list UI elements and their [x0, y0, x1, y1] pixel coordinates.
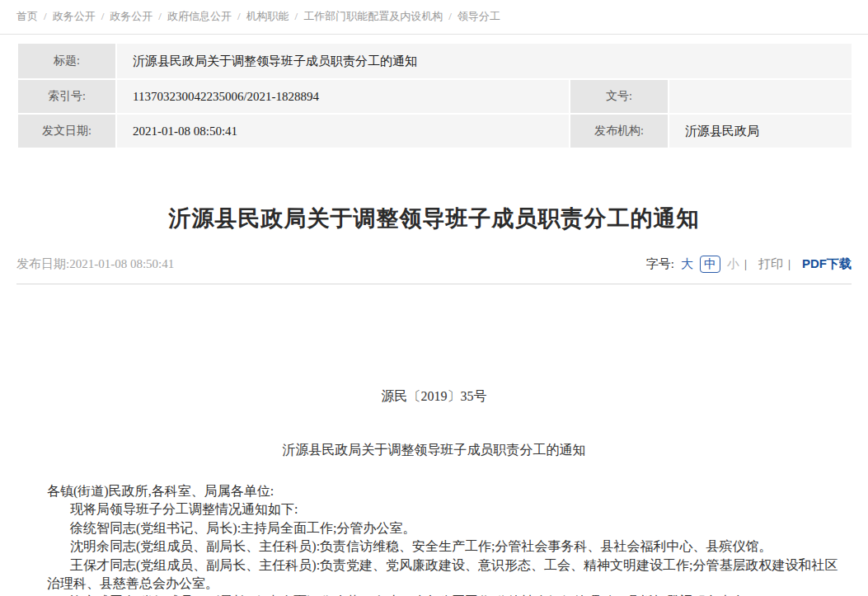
meta-title-label: 标题:: [17, 43, 116, 79]
document-paragraph: 徐统智同志(党组书记、局长):主持局全面工作;分管办公室。: [47, 519, 845, 537]
tools-divider: |: [788, 257, 791, 271]
pdf-download-button[interactable]: PDF下载: [802, 256, 852, 272]
breadcrumb-item-functions[interactable]: 机构职能: [246, 10, 289, 22]
document-paragraph: 现将局领导班子分工调整情况通知如下:: [47, 500, 845, 519]
article-meta-row: 发布日期:2021-01-08 08:50:41 字号: 大 中 小 | 打印 …: [16, 256, 852, 273]
publish-date: 发布日期:2021-01-08 08:50:41: [16, 256, 174, 272]
document-body: 各镇(街道)民政所,各科室、局属各单位: 现将局领导班子分工调整情况通知如下: …: [47, 482, 845, 596]
breadcrumb: 首页/政务公开/政务公开/政府信息公开/机构职能/工作部门职能配置及内设机构/领…: [0, 0, 868, 35]
document-title: 沂源县民政局关于调整领导班子成员职责分工的通知: [0, 442, 868, 459]
meta-index-label: 索引号:: [17, 79, 116, 114]
article-tools: 字号: 大 中 小 | 打印 | PDF下载: [646, 256, 852, 273]
tools-divider: |: [744, 257, 747, 271]
document-paragraph: 沈明余同志(党组成员、副局长、主任科员):负责信访维稳、安全生产工作;分管社会事…: [47, 537, 845, 556]
page-title: 沂源县民政局关于调整领导班子成员职责分工的通知: [16, 204, 852, 233]
breadcrumb-separator: /: [44, 10, 47, 22]
font-size-label: 字号:: [646, 256, 674, 272]
document-paragraph: 各镇(街道)民政所,各科室、局属各单位:: [47, 482, 845, 500]
document-paragraph: 许永成同志(党组成员、副局长):负责全面深化改革、人才、政务公开工作;分管社会组…: [47, 593, 845, 596]
meta-docnum-label: 文号:: [570, 79, 669, 114]
breadcrumb-separator: /: [158, 10, 162, 22]
breadcrumb-item-zhengwu-2[interactable]: 政务公开: [110, 10, 152, 22]
breadcrumb-separator: /: [101, 10, 105, 22]
meta-title-value: 沂源县民政局关于调整领导班子成员职责分工的通知: [116, 43, 852, 79]
meta-date-label: 发文日期:: [17, 114, 116, 148]
meta-agency-value: 沂源县民政局: [669, 114, 852, 148]
meta-index-value: 113703230042235006/2021-1828894: [116, 79, 570, 114]
breadcrumb-item-leadership: 领导分工: [457, 10, 500, 22]
breadcrumb-separator: /: [237, 10, 241, 22]
breadcrumb-item-home[interactable]: 首页: [16, 10, 38, 22]
breadcrumb-separator: /: [448, 10, 452, 22]
publish-date-label: 发布日期:: [16, 257, 69, 270]
font-size-medium-button[interactable]: 中: [700, 256, 720, 273]
font-size-small-button[interactable]: 小: [727, 256, 739, 272]
meta-agency-label: 发布机构:: [570, 114, 669, 148]
breadcrumb-item-info-disclosure[interactable]: 政府信息公开: [167, 10, 232, 22]
document-paragraph: 王保才同志(党组成员、副局长、主任科员):负责党建、党风廉政建设、意识形态、工会…: [47, 556, 845, 594]
breadcrumb-separator: /: [295, 10, 298, 22]
meta-docnum-value: [669, 79, 852, 114]
document-meta-table: 标题: 沂源县民政局关于调整领导班子成员职责分工的通知 索引号: 1137032…: [16, 42, 853, 149]
document-number: 源民〔2019〕35号: [0, 388, 868, 406]
print-button[interactable]: 打印: [758, 256, 783, 272]
breadcrumb-item-dept-config[interactable]: 工作部门职能配置及内设机构: [303, 10, 443, 22]
font-size-large-button[interactable]: 大: [681, 256, 693, 272]
publish-date-value: 2021-01-08 08:50:41: [69, 257, 174, 270]
breadcrumb-item-zhengwu-1[interactable]: 政务公开: [53, 10, 96, 22]
document-content: 源民〔2019〕35号 沂源县民政局关于调整领导班子成员职责分工的通知 各镇(街…: [0, 388, 868, 596]
header-divider: [16, 284, 852, 284]
meta-date-value: 2021-01-08 08:50:41: [116, 114, 570, 148]
